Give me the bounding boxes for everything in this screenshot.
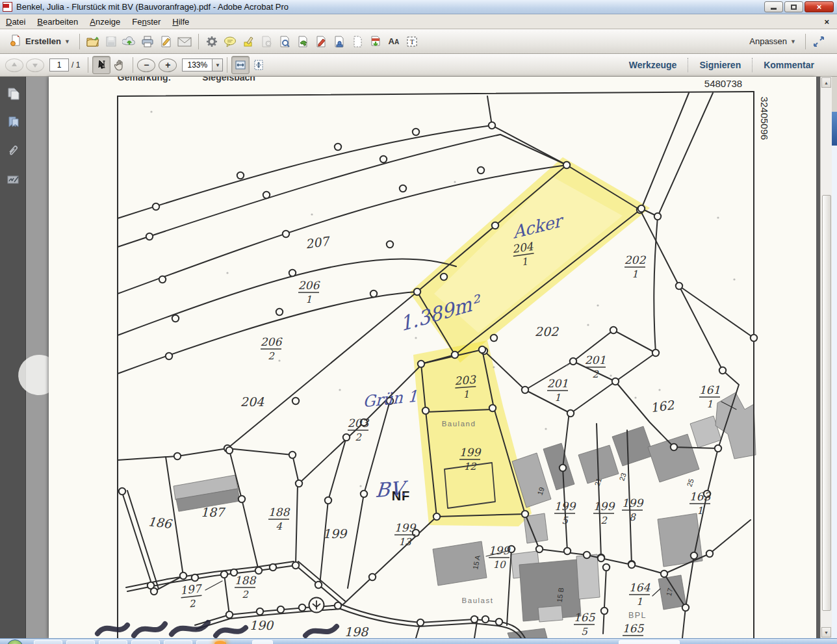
stamp-document-icon[interactable]	[330, 32, 348, 51]
land-use-label: Baulast	[462, 597, 494, 604]
save-file-button[interactable]	[102, 32, 120, 51]
export-file-icon[interactable]	[294, 32, 312, 51]
parcel-label: 2012	[585, 354, 606, 380]
taskbar-button[interactable]	[164, 640, 192, 644]
close-button[interactable]: ×	[805, 1, 834, 12]
highlight-text-icon[interactable]	[239, 32, 257, 51]
fit-width-button[interactable]	[231, 56, 250, 74]
parcel-label: 202	[535, 324, 560, 339]
background-window-edge	[832, 77, 837, 638]
taskbar-button[interactable]	[99, 640, 127, 644]
chevron-down-icon: ▼	[64, 38, 70, 45]
parcel-label: 1992	[593, 500, 616, 526]
signatures-icon[interactable]	[5, 172, 21, 187]
taskbar-button[interactable]	[66, 640, 95, 644]
parcel-label: 2032	[348, 417, 370, 443]
fit-options-label: Anpassen	[749, 36, 787, 46]
menu-item-hilfe[interactable]: Hilfe	[166, 15, 195, 29]
font-size-icon[interactable]: AA	[385, 32, 403, 51]
close-document-icon[interactable]: ×	[824, 17, 837, 27]
scrollbar-thumb[interactable]	[822, 195, 831, 611]
chevron-down-icon: ▼	[790, 38, 796, 45]
menu-item-fenster[interactable]: Fenster	[126, 15, 166, 29]
zoom-in-button[interactable]: +	[159, 58, 177, 72]
parcel-label: 1995	[554, 500, 577, 526]
open-file-button[interactable]	[84, 32, 102, 51]
edit-document-icon[interactable]	[312, 32, 330, 51]
fit-page-button[interactable]	[250, 56, 268, 74]
minimize-button[interactable]	[764, 1, 783, 12]
text-box-icon[interactable]: T	[403, 32, 421, 51]
parcel-label: 190	[250, 618, 274, 632]
hand-tool-button[interactable]	[110, 56, 129, 74]
parcel-label: 1641	[629, 581, 651, 608]
acrobat-pdf-icon	[3, 2, 12, 12]
zoom-level-input[interactable]	[182, 58, 212, 71]
vertical-scrollbar[interactable]: ▲ ▼	[820, 77, 832, 638]
menu-item-anzeige[interactable]: Anzeige	[84, 15, 126, 29]
zoom-out-button[interactable]: −	[137, 58, 155, 72]
blank-page-icon[interactable]	[348, 32, 367, 51]
send-email-button[interactable]	[175, 32, 194, 51]
svg-text:188: 188	[235, 574, 257, 587]
create-pdf-button[interactable]: Erstellen ▼	[4, 32, 75, 51]
gear-icon[interactable]	[203, 32, 221, 51]
svg-text:4: 4	[276, 521, 282, 532]
scroll-up-icon[interactable]: ▲	[821, 77, 831, 88]
page-down-button[interactable]	[26, 58, 44, 72]
page-number-input[interactable]	[49, 58, 69, 71]
parcel-label: 198	[344, 625, 369, 638]
parcel-label: 1631	[689, 490, 712, 517]
svg-text:203: 203	[348, 417, 370, 430]
bookmarks-icon[interactable]	[5, 114, 21, 130]
upload-cloud-button[interactable]	[120, 32, 138, 51]
parcel-label: 186	[148, 514, 174, 531]
svg-text:199: 199	[459, 446, 482, 459]
svg-text:206: 206	[298, 279, 321, 292]
delete-page-icon[interactable]	[257, 32, 276, 51]
pdf-page[interactable]: 2061206220412021203220311991220122011161…	[49, 77, 816, 638]
scroll-down-icon[interactable]: ▼	[821, 627, 831, 638]
title-bar: Benkel, Julia - Flurstück mit BV (Bauvor…	[0, 0, 837, 14]
zoom-dropdown-button[interactable]: ▼	[212, 58, 223, 71]
menu-item-datei[interactable]: Datei	[0, 15, 31, 29]
kommentar-button[interactable]: Kommentar	[753, 60, 825, 70]
taskbar-button[interactable]	[34, 640, 62, 644]
fullscreen-arrows-icon[interactable]	[810, 32, 828, 51]
comment-bubble-icon[interactable]	[221, 32, 239, 51]
task-panel-buttons: Werkzeuge Signieren Kommentar	[618, 54, 837, 76]
cadastral-map: 2061206220412021203220311991220122011161…	[49, 77, 816, 638]
handwritten-annotation: BV.	[375, 477, 409, 502]
maximize-button[interactable]	[784, 1, 803, 12]
parcel-label: 207	[305, 233, 332, 251]
create-pdf-icon	[9, 34, 22, 49]
page-thumbnails-icon[interactable]	[5, 86, 21, 101]
werkzeuge-button[interactable]: Werkzeuge	[618, 60, 688, 70]
svg-text:199: 199	[593, 500, 616, 513]
parcel-label: 165	[623, 622, 645, 636]
print-button[interactable]	[138, 32, 157, 51]
taskbar-button[interactable]	[252, 640, 273, 644]
parcel-label: 1882	[235, 574, 257, 600]
signieren-button[interactable]: Signieren	[688, 60, 752, 70]
parcel-label: 162	[650, 397, 676, 415]
attachments-icon[interactable]	[5, 143, 21, 159]
taskbar-button[interactable]	[131, 640, 160, 644]
parcel-label: 1972	[179, 582, 205, 610]
svg-text:1: 1	[636, 596, 643, 608]
pdf-convert-icon[interactable]	[367, 32, 385, 51]
sign-document-button[interactable]	[157, 32, 175, 51]
start-orb-icon[interactable]	[6, 639, 23, 644]
windows-taskbar[interactable]	[0, 638, 837, 644]
parcel-label: 1998	[622, 496, 645, 523]
svg-text:199: 199	[489, 544, 511, 557]
menu-item-bearbeiten[interactable]: Bearbeiten	[31, 15, 84, 29]
navigation-toolbar: / 1 − + ▼ Werkzeuge Signieren Kommentar	[0, 54, 837, 77]
select-tool-button[interactable]	[92, 56, 110, 74]
page-up-button[interactable]	[5, 58, 23, 72]
search-page-icon[interactable]	[276, 32, 294, 51]
taskbar-button[interactable]	[619, 640, 680, 644]
house-number-label: 25	[686, 478, 695, 487]
svg-text:164: 164	[629, 581, 651, 594]
fit-options-button[interactable]: Anpassen ▼	[744, 32, 801, 51]
